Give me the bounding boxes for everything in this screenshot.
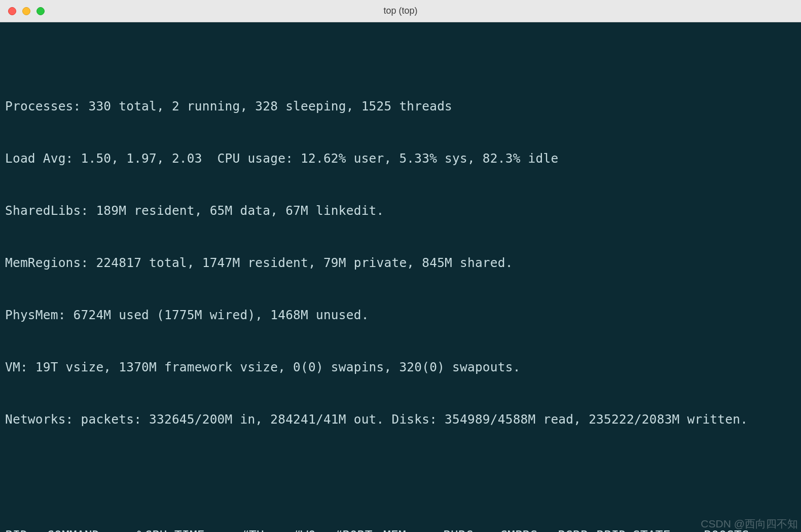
- col-th: #TH: [241, 527, 293, 532]
- memregions-line: MemRegions: 224817 total, 1747M resident…: [5, 254, 796, 272]
- sharedlibs-line: SharedLibs: 189M resident, 65M data, 67M…: [5, 202, 796, 219]
- close-icon[interactable]: [8, 7, 16, 15]
- processes-line: Processes: 330 total, 2 running, 328 sle…: [5, 98, 796, 115]
- traffic-lights: [0, 7, 45, 15]
- net-disk-line: Networks: packets: 332645/200M in, 28424…: [5, 411, 796, 428]
- col-purg: PURG: [443, 527, 500, 532]
- column-header-row: PID COMMAND %CPU TIME #TH #WQ #PORT MEM …: [5, 527, 796, 532]
- col-port: #PORT: [335, 527, 383, 532]
- vm-line: VM: 19T vsize, 1370M framework vsize, 0(…: [5, 359, 796, 376]
- load-cpu-line: Load Avg: 1.50, 1.97, 2.03 CPU usage: 12…: [5, 150, 796, 167]
- col-mem: MEM: [383, 527, 443, 532]
- system-summary: Processes: 330 total, 2 running, 328 sle…: [5, 63, 796, 463]
- col-cpu: %CPU: [137, 527, 174, 532]
- col-pid: PID: [5, 527, 47, 532]
- window-title: top (top): [383, 6, 417, 16]
- physmem-line: PhysMem: 6724M used (1775M wired), 1468M…: [5, 307, 796, 324]
- minimize-icon[interactable]: [22, 7, 30, 15]
- terminal-output[interactable]: Processes: 330 total, 2 running, 328 sle…: [0, 22, 801, 532]
- col-wq: #WQ: [293, 527, 335, 532]
- col-ppid: PPID: [596, 527, 633, 532]
- col-pgrp: PGRP: [558, 527, 596, 532]
- watermark: CSDN @西向四不知: [701, 516, 798, 531]
- col-state: STATE: [633, 527, 699, 532]
- maximize-icon[interactable]: [37, 7, 45, 15]
- col-cmprs: CMPRS: [500, 527, 558, 532]
- col-time: TIME: [174, 527, 241, 532]
- window-titlebar: top (top): [0, 0, 801, 22]
- col-command: COMMAND: [47, 527, 137, 532]
